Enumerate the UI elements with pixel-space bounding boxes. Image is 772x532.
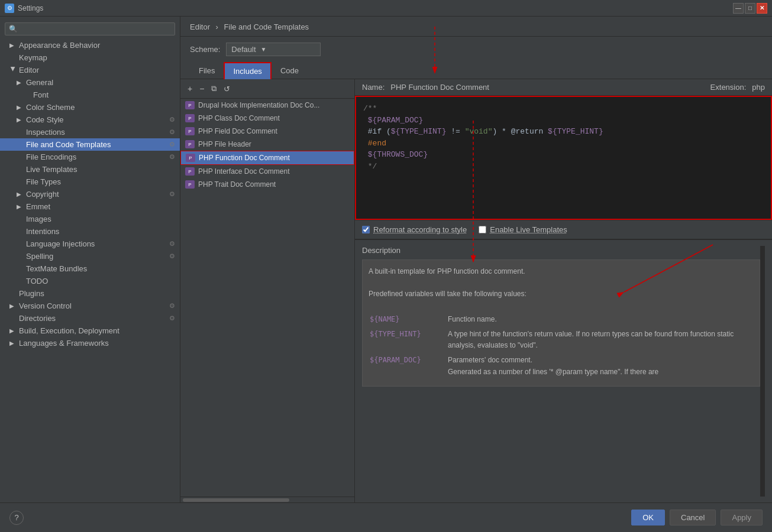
- scheme-value: Default: [231, 45, 256, 54]
- cancel-button[interactable]: Cancel: [670, 510, 716, 525]
- tab-includes[interactable]: Includes: [224, 62, 271, 79]
- sidebar-item-build[interactable]: ▶ Build, Execution, Deployment: [0, 325, 180, 337]
- reformat-option[interactable]: Reformat according to style: [362, 225, 467, 234]
- sidebar-item-label: Images: [26, 215, 51, 223]
- gear-icon: ⚙: [169, 302, 175, 310]
- sidebar-item-editor[interactable]: ▶ Editor: [0, 64, 180, 76]
- live-templates-label: Enable Live Templates: [490, 225, 567, 234]
- sidebar-item-general[interactable]: ▶ General: [0, 76, 180, 89]
- sidebar-item-language-injections[interactable]: Language Injections ⚙: [0, 238, 180, 250]
- template-file-icon: P: [185, 180, 195, 189]
- template-item-label: PHP Class Doc Comment: [198, 114, 280, 122]
- copy-template-button[interactable]: ⧉: [209, 83, 219, 95]
- desc-var-name-desc: Function name.: [448, 313, 752, 326]
- template-item-php-interface[interactable]: P PHP Interface Doc Comment: [180, 165, 354, 178]
- sidebar-item-todo[interactable]: TODO: [0, 275, 180, 287]
- desc-var-paramdoc: ${PARAM_DOC}: [370, 353, 447, 378]
- sidebar-item-label: File Types: [26, 177, 61, 186]
- live-templates-checkbox[interactable]: [479, 226, 486, 233]
- close-button[interactable]: ✕: [757, 3, 767, 14]
- sidebar: ▶ Appearance & Behavior Keymap ▶ Editor …: [0, 17, 180, 502]
- scheme-dropdown[interactable]: Default ▼: [226, 43, 321, 56]
- minimize-button[interactable]: —: [733, 3, 744, 14]
- sidebar-item-keymap[interactable]: Keymap: [0, 51, 180, 64]
- remove-template-button[interactable]: −: [197, 83, 206, 95]
- template-item-php-class[interactable]: P PHP Class Doc Comment: [180, 112, 354, 125]
- template-file-icon: P: [185, 114, 195, 122]
- sidebar-item-spelling[interactable]: Spelling ⚙: [0, 250, 180, 262]
- titlebar: ⚙ Settings — □ ✕: [0, 0, 772, 17]
- tab-code[interactable]: Code: [272, 62, 308, 79]
- sidebar-item-inspections[interactable]: Inspections ⚙: [0, 126, 180, 138]
- sidebar-item-file-types[interactable]: File Types: [0, 176, 180, 188]
- sidebar-item-label: Intentions: [26, 227, 59, 236]
- arrow-icon: ▶: [17, 116, 24, 123]
- sidebar-item-plugins[interactable]: Plugins: [0, 287, 180, 300]
- sidebar-item-intentions[interactable]: Intentions: [0, 225, 180, 238]
- reformat-checkbox[interactable]: [362, 226, 370, 233]
- maximize-button[interactable]: □: [745, 3, 755, 14]
- horizontal-scrollbar[interactable]: [183, 498, 289, 502]
- sidebar-item-font[interactable]: Font: [0, 89, 180, 101]
- desc-var-typehint-desc: A type hint of the function's return val…: [448, 327, 752, 352]
- sidebar-item-appearance[interactable]: ▶ Appearance & Behavior: [0, 39, 180, 51]
- window-title: Settings: [18, 4, 43, 12]
- sidebar-item-label: Color Scheme: [26, 103, 75, 112]
- sidebar-item-code-style[interactable]: ▶ Code Style ⚙: [0, 113, 180, 126]
- sidebar-item-label: Build, Execution, Deployment: [19, 326, 119, 335]
- sidebar-item-file-code-templates[interactable]: File and Code Templates ⚙: [0, 138, 180, 151]
- sidebar-search[interactable]: [0, 19, 180, 39]
- desc-var-paramdoc-desc: Parameters' doc comment.Generated as a n…: [448, 353, 752, 378]
- titlebar-controls[interactable]: — □ ✕: [733, 3, 767, 14]
- sidebar-item-label: Plugins: [19, 289, 44, 298]
- sidebar-item-emmet[interactable]: ▶ Emmet: [0, 200, 180, 213]
- scheme-row: Scheme: Default ▼: [180, 37, 772, 62]
- template-file-icon: P: [185, 127, 195, 135]
- sidebar-item-label: Version Control: [19, 301, 72, 310]
- sidebar-item-live-templates[interactable]: Live Templates: [0, 163, 180, 176]
- arrow-icon: ▶: [10, 67, 17, 74]
- sidebar-item-label: General: [26, 78, 53, 87]
- template-item-php-trait[interactable]: P PHP Trait Doc Comment: [180, 178, 354, 191]
- sidebar-item-label: Live Templates: [26, 165, 77, 174]
- sidebar-item-textmate[interactable]: TextMate Bundles: [0, 262, 180, 275]
- sidebar-item-version-control[interactable]: ▶ Version Control ⚙: [0, 300, 180, 312]
- code-editor[interactable]: /** ${PARAM_DOC} #if (${TYPE_HINT} != "v…: [355, 96, 772, 220]
- template-item-label: PHP File Header: [198, 140, 251, 148]
- add-template-button[interactable]: +: [185, 83, 195, 95]
- bottom-left: ?: [9, 511, 24, 525]
- sidebar-item-color-scheme[interactable]: ▶ Color Scheme: [0, 101, 180, 113]
- code-line-5: ${THROWS_DOC}: [363, 149, 764, 161]
- sidebar-item-label: Appearance & Behavior: [19, 41, 100, 50]
- gear-icon: ⚙: [169, 141, 175, 148]
- code-line-6: */: [363, 161, 764, 173]
- vertical-scrollbar[interactable]: [760, 246, 765, 497]
- template-file-icon: P: [185, 101, 195, 109]
- sidebar-item-label: Copyright: [26, 190, 59, 199]
- arrow-icon: ▶: [9, 340, 17, 346]
- tab-files[interactable]: Files: [190, 62, 224, 79]
- template-item-label: Drupal Hook Implementation Doc Co...: [198, 101, 319, 109]
- template-item-php-function[interactable]: P PHP Function Doc Comment: [180, 151, 354, 165]
- sidebar-item-directories[interactable]: Directories ⚙: [0, 312, 180, 325]
- help-button[interactable]: ?: [9, 511, 24, 525]
- apply-button[interactable]: Apply: [721, 510, 763, 525]
- sidebar-item-copyright[interactable]: ▶ Copyright ⚙: [0, 188, 180, 200]
- right-panel: Name: PHP Function Doc Comment Extension…: [355, 79, 772, 502]
- template-item-php-field[interactable]: P PHP Field Doc Comment: [180, 125, 354, 138]
- gear-icon: ⚙: [169, 190, 175, 198]
- tab-bar: Files Includes Code: [180, 62, 772, 79]
- gear-icon: ⚙: [169, 116, 175, 124]
- desc-predefined: Predefined variables will take the follo…: [369, 288, 754, 300]
- sidebar-item-file-encodings[interactable]: File Encodings ⚙: [0, 151, 180, 163]
- description-box: A built-in template for PHP function doc…: [362, 259, 760, 387]
- search-input[interactable]: [5, 22, 175, 35]
- sidebar-item-images[interactable]: Images: [0, 213, 180, 225]
- live-templates-option[interactable]: Enable Live Templates: [479, 225, 567, 234]
- restore-template-button[interactable]: ↺: [221, 83, 232, 95]
- template-item-php-file-header[interactable]: P PHP File Header: [180, 138, 354, 151]
- ok-button[interactable]: OK: [631, 510, 665, 525]
- name-label: Name:: [362, 83, 385, 92]
- sidebar-item-languages[interactable]: ▶ Languages & Frameworks: [0, 337, 180, 349]
- template-item-drupal[interactable]: P Drupal Hook Implementation Doc Co...: [180, 99, 354, 112]
